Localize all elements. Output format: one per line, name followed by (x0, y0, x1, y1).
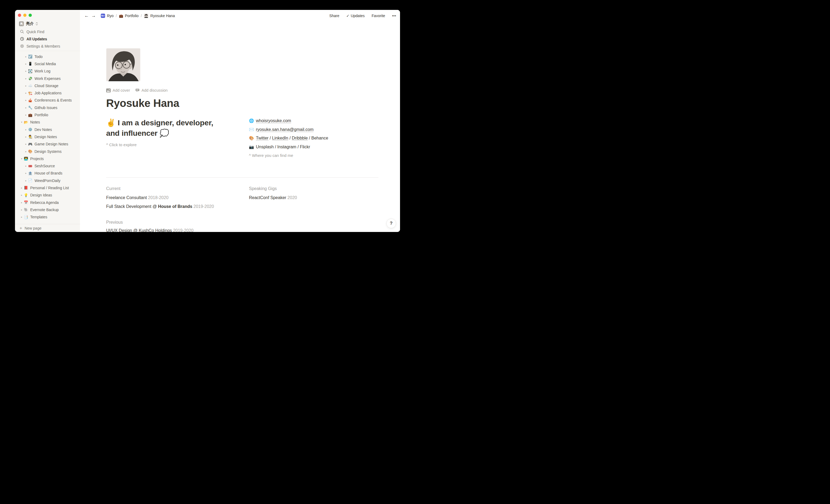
chevron-collapsed-icon[interactable]: ▸ (20, 201, 24, 204)
twitter-link[interactable]: Twitter (256, 136, 268, 140)
sidebar-item-portfolio[interactable]: ▸💼Portfolio (15, 111, 80, 119)
chevron-collapsed-icon[interactable]: ▸ (24, 143, 28, 145)
sidebar-item-label: Design Ideas (30, 193, 52, 197)
sidebar-item-label: Templates (30, 215, 47, 219)
chevron-collapsed-icon[interactable]: ▸ (24, 128, 28, 131)
sidebar-item-work-expenses[interactable]: ▸💸Work Expenses (15, 75, 80, 82)
sidebar-item-conferences-events[interactable]: ▸🎪Conferences & Events (15, 97, 80, 104)
chevron-collapsed-icon[interactable]: ▸ (24, 165, 28, 167)
menu-label: Settings & Members (27, 44, 60, 48)
chevron-collapsed-icon[interactable]: ▸ (24, 106, 28, 109)
breadcrumb-page[interactable]: Ryosuke Hana (143, 13, 176, 19)
chevron-collapsed-icon[interactable]: ▸ (24, 172, 28, 174)
sidebar-item-cloud-storage[interactable]: ▸☁️Cloud Storage (15, 82, 80, 89)
sidebar-item-github-issues[interactable]: ▸🔧Github Issues (15, 104, 80, 111)
sidebar-item-house-of-brands[interactable]: ▸🏦House of Brands (15, 170, 80, 177)
work-item-text: Freelance Consultant (106, 195, 148, 200)
chevron-collapsed-icon[interactable]: ▸ (24, 99, 28, 102)
breadcrumb-portfolio-label: Portfolio (125, 13, 138, 18)
breadcrumb-workspace[interactable]: 亮介 Ryo (100, 13, 115, 19)
chevron-collapsed-icon[interactable]: ▸ (24, 92, 28, 94)
design-notes-icon: 👨‍🎨 (28, 135, 33, 139)
website-link[interactable]: whoisryosuke.com (256, 119, 291, 123)
sidebar-item-design-systems[interactable]: ▸🎨Design Systems (15, 148, 80, 155)
social-row: 🎨 Twitter / LinkedIn / Dribbble / Behanc… (249, 136, 378, 140)
minimize-button[interactable] (23, 13, 27, 17)
chevron-collapsed-icon[interactable]: ▸ (24, 70, 28, 72)
gear-icon (20, 44, 24, 48)
sidebar-item-label: Github Issues (34, 106, 58, 110)
close-button[interactable] (18, 13, 21, 17)
add-cover-button[interactable]: Add cover (106, 88, 130, 93)
chevron-collapsed-icon[interactable]: ▸ (20, 216, 24, 218)
more-options-button[interactable]: ••• (392, 14, 396, 18)
chevron-collapsed-icon[interactable]: ▸ (20, 187, 24, 189)
help-button[interactable]: ? (386, 219, 396, 228)
chevron-expanded-icon[interactable]: ▾ (20, 158, 24, 160)
chevron-collapsed-icon[interactable]: ▸ (24, 179, 28, 182)
breadcrumb-separator: / (141, 13, 142, 18)
evernote-backup-icon: 🐘 (24, 208, 28, 212)
chevron-collapsed-icon[interactable]: ▸ (24, 113, 28, 116)
notion-window: 亮 亮介 Quick Find (15, 10, 400, 232)
dribbble-link[interactable]: Dribbble (292, 136, 308, 140)
linkedin-link[interactable]: LinkedIn (272, 136, 288, 140)
sidebar-item-design-notes[interactable]: ▸👨‍🎨Design Notes (15, 133, 80, 140)
chevron-collapsed-icon[interactable]: ▸ (24, 55, 28, 58)
sidebar-item-weedporndaily[interactable]: ▸📄WeedPornDaily (15, 177, 80, 184)
chevron-collapsed-icon[interactable]: ▸ (24, 77, 28, 80)
page-icon-photo[interactable] (106, 48, 140, 81)
forward-button[interactable]: → (91, 13, 96, 19)
updates-button[interactable]: ✓ Updates (346, 13, 365, 18)
sidebar-item-personal-reading-list[interactable]: ▸📕Personal / Reading List (15, 184, 80, 191)
new-page-button[interactable]: + New page (15, 224, 80, 232)
camera-icon: 📷 (249, 145, 256, 149)
sidebar-item-dev-notes[interactable]: ▸⚙️Dev Notes (15, 126, 80, 133)
email-row: ✉️ ryosuke.san.hana@gmail.com (249, 128, 378, 132)
sidebar-item-evernote-backup[interactable]: ▸🐘Evernote Backup (15, 206, 80, 213)
chevron-collapsed-icon[interactable]: ▸ (24, 63, 28, 65)
work-log-icon: 💽 (28, 69, 33, 73)
chevron-collapsed-icon[interactable]: ▸ (24, 150, 28, 153)
sidebar-item-social-media[interactable]: ▸📱Social Media (15, 60, 80, 67)
sidebar-item-work-log[interactable]: ▸💽Work Log (15, 68, 80, 75)
back-button[interactable]: ← (84, 13, 89, 19)
breadcrumb-portfolio[interactable]: 💼 Portfolio (118, 13, 140, 19)
sidebar-item-all-updates[interactable]: All Updates (15, 35, 80, 42)
sidebar-item-game-design-notes[interactable]: ▸🎮Game Design Notes (15, 141, 80, 148)
work-item-dates: 2020 (287, 195, 297, 200)
sidebar-item-job-applications[interactable]: ▸🏗️Job Applications (15, 89, 80, 97)
sidebar-item-projects[interactable]: ▾👨‍💻Projects (15, 155, 80, 162)
chevron-collapsed-icon[interactable]: ▸ (20, 208, 24, 211)
sidebar-item-settings-members[interactable]: Settings & Members (15, 42, 80, 50)
email-link[interactable]: ryosuke.san.hana@gmail.com (256, 128, 313, 132)
workspace-switcher[interactable]: 亮 亮介 (15, 17, 80, 26)
page-content: Add cover Add discussion Ryosuke Hana ✌️… (80, 22, 400, 232)
share-button[interactable]: Share (329, 13, 339, 18)
sidebar-tree: ▸☑️Todo▸📱Social Media▸💽Work Log▸💸Work Ex… (15, 53, 80, 224)
sidebar-item-label: Job Applications (34, 91, 62, 95)
design-ideas-icon: 💡 (24, 193, 28, 197)
sidebar-item-todo[interactable]: ▸☑️Todo (15, 53, 80, 60)
sidebar-item-quick-find[interactable]: Quick Find (15, 28, 80, 35)
sidebar-item-seshsource[interactable]: ▸🎟️SeshSource (15, 162, 80, 169)
zoom-button[interactable] (29, 13, 32, 17)
chevron-collapsed-icon[interactable]: ▸ (24, 135, 28, 138)
envelope-icon: ✉️ (249, 128, 256, 132)
chevron-expanded-icon[interactable]: ▾ (20, 121, 24, 124)
sidebar-item-design-ideas[interactable]: ▸💡Design Ideas (15, 192, 80, 199)
sidebar-item-notes[interactable]: ▾📂Notes (15, 119, 80, 126)
sidebar-item-rebecca-agenda[interactable]: ▸📅Rebecca Agenda (15, 199, 80, 206)
chevron-collapsed-icon[interactable]: ▸ (20, 194, 24, 196)
sidebar-item-label: WeedPornDaily (34, 178, 60, 183)
work-columns: Current Freelance Consultant 2018-2020 F… (106, 186, 378, 209)
favorite-button[interactable]: Favorite (372, 13, 385, 18)
chevron-collapsed-icon[interactable]: ▸ (24, 85, 28, 87)
photography-text: Unsplash / Instagram / Flickr (256, 145, 310, 149)
sidebar-item-templates[interactable]: ▸📑Templates (15, 213, 80, 221)
add-discussion-button[interactable]: Add discussion (135, 88, 168, 93)
previous-section: Previous UI/UX Design @ KushCo Holdings … (106, 219, 378, 232)
sidebar-item-label: SeshSource (34, 164, 55, 168)
palette-icon: 🎨 (249, 136, 256, 140)
sidebar-item-label: Rebecca Agenda (30, 200, 59, 205)
